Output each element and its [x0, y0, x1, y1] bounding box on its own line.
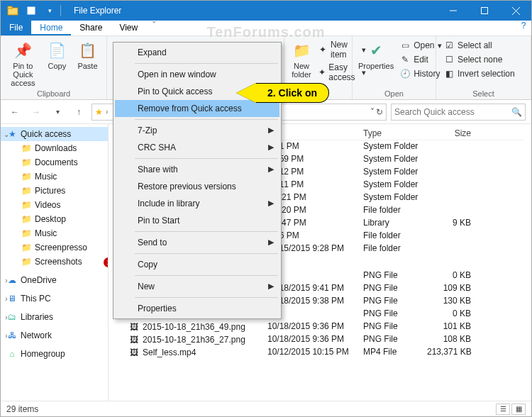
ctx-pin-start[interactable]: Pin to Start — [115, 212, 279, 229]
search-placeholder: Search Quick access — [394, 107, 511, 117]
ctx-restore-previous[interactable]: Restore previous versions — [115, 178, 279, 195]
svg-rect-4 — [482, 8, 488, 14]
close-button[interactable] — [500, 1, 531, 21]
group-clipboard-label: Clipboard — [6, 89, 101, 98]
callout-text: 2. Click on — [256, 83, 329, 103]
paste-button[interactable]: 📋Paste — [74, 39, 101, 70]
back-button[interactable]: ← — [6, 104, 23, 121]
breadcrumb-chevron[interactable]: › — [106, 108, 108, 116]
ctx-open-new-window[interactable]: Open in new window — [115, 66, 279, 83]
tree-network[interactable]: ›🖧Network — [1, 328, 108, 343]
file-icon: 🖼 — [128, 347, 140, 358]
tab-view[interactable]: View — [111, 21, 146, 35]
status-bar: 29 items ☰ ▦ — [1, 401, 531, 416]
explorer-icon — [5, 3, 21, 18]
submenu-arrow-icon: ▶ — [268, 238, 274, 247]
annotation-callout: 2. Click on — [236, 83, 329, 103]
table-row[interactable]: 🖼2015-10-18_21h36_49.png10/18/2015 9:36 … — [116, 321, 524, 333]
ctx-new[interactable]: New▶ — [115, 278, 279, 295]
col-type[interactable]: Type — [360, 128, 424, 138]
submenu-arrow-icon: ▶ — [268, 143, 274, 152]
tree-homegroup[interactable]: ⌂Homegroup — [1, 347, 108, 361]
pin-to-quick-access-button[interactable]: 📌Pin to Quick access — [6, 39, 40, 87]
recent-locations-button[interactable]: ▾ — [49, 104, 66, 121]
up-button[interactable]: ↑ — [70, 104, 87, 121]
forward-button[interactable]: → — [28, 104, 45, 121]
ctx-crc-sha[interactable]: CRC SHA▶ — [115, 139, 279, 156]
tree-item-downloads[interactable]: 📁Downloads — [1, 141, 108, 155]
new-folder-button[interactable]: 📁New folder — [290, 39, 313, 79]
tab-home[interactable]: Home — [31, 21, 71, 35]
tree-item-music-2[interactable]: 📁Music — [1, 226, 108, 240]
ctx-7zip[interactable]: 7-Zip▶ — [115, 122, 279, 139]
ctx-send-to[interactable]: Send to▶ — [115, 234, 279, 251]
tree-item-screenpresso[interactable]: 📁Screenpresso — [1, 240, 108, 255]
ctx-include-library[interactable]: Include in library▶ — [115, 195, 279, 212]
qat-properties-icon[interactable] — [23, 3, 39, 18]
tree-libraries[interactable]: ›🗂Libraries — [1, 310, 108, 324]
qat-dropdown-icon[interactable]: ▾ — [42, 3, 57, 18]
help-button[interactable]: ? — [516, 21, 531, 35]
table-row[interactable]: 🖼2015-10-18_21h36_27.png10/18/2015 9:36 … — [116, 333, 524, 346]
ctx-share-with[interactable]: Share with▶ — [115, 161, 279, 178]
properties-button[interactable]: ✔Properties — [358, 39, 394, 70]
item-count: 29 items — [6, 404, 38, 414]
refresh-button[interactable]: ↻ — [376, 107, 383, 117]
tree-item-pictures[interactable]: 📁Pictures — [1, 184, 108, 198]
submenu-arrow-icon: ▶ — [268, 199, 274, 208]
search-box[interactable]: Search Quick access 🔍 — [391, 104, 526, 121]
titlebar: ▾ File Explorer — [1, 1, 531, 21]
annotation-marker-1: 1 — [104, 257, 109, 267]
tree-item-documents[interactable]: 📁Documents — [1, 155, 108, 169]
submenu-arrow-icon: ▶ — [268, 282, 274, 291]
tab-file[interactable]: File — [1, 21, 31, 35]
ribbon-collapse-button[interactable]: ˇ — [146, 21, 162, 35]
submenu-arrow-icon: ▶ — [268, 165, 274, 174]
view-large-button[interactable]: ▦ — [511, 404, 526, 415]
ribbon-tabs: File Home Share View ˇ ? — [1, 21, 531, 36]
tree-item-music[interactable]: 📁Music — [1, 169, 108, 184]
file-icon: 🖼 — [128, 321, 140, 333]
file-icon: 🖼 — [128, 334, 140, 345]
tree-this-pc[interactable]: ›🖥This PC — [1, 291, 108, 306]
group-open-label: Open — [358, 89, 430, 98]
tree-onedrive[interactable]: ›☁OneDrive — [1, 273, 108, 287]
minimize-button[interactable] — [438, 1, 469, 21]
svg-rect-1 — [8, 6, 12, 9]
tree-quick-access[interactable]: ⌄★Quick access — [1, 127, 108, 141]
select-all-button[interactable]: ☑Select all — [442, 39, 516, 52]
ctx-copy[interactable]: Copy — [115, 256, 279, 273]
search-icon[interactable]: 🔍 — [511, 107, 522, 117]
ctx-expand[interactable]: Expand — [115, 44, 279, 61]
window-title: File Explorer — [74, 6, 121, 16]
tree-item-desktop[interactable]: 📁Desktop — [1, 212, 108, 226]
tree-item-videos[interactable]: 📁Videos — [1, 198, 108, 212]
address-dropdown[interactable]: ˅ — [370, 107, 375, 117]
maximize-button[interactable] — [469, 1, 500, 21]
ctx-properties[interactable]: Properties — [115, 300, 279, 317]
view-details-button[interactable]: ☰ — [496, 404, 510, 415]
svg-rect-2 — [28, 7, 35, 14]
group-select-label: Select — [442, 89, 525, 98]
quick-access-icon: ★ — [95, 107, 103, 117]
tree-item-screenshots[interactable]: 📁Screenshots1 — [1, 255, 108, 269]
select-none-button[interactable]: ☐Select none — [442, 53, 516, 66]
submenu-arrow-icon: ▶ — [268, 126, 274, 135]
nav-tree[interactable]: ⌄★Quick access 📁Downloads 📁Documents 📁Mu… — [1, 124, 109, 401]
tab-share[interactable]: Share — [71, 21, 111, 35]
invert-selection-button[interactable]: ◧Invert selection — [442, 67, 516, 80]
col-size[interactable]: Size — [424, 128, 474, 138]
copy-button[interactable]: 📄Copy — [44, 39, 70, 70]
table-row[interactable]: 🖼Self_less.mp410/12/2015 10:15 PMMP4 Fil… — [116, 346, 524, 359]
arrow-icon — [236, 83, 256, 103]
